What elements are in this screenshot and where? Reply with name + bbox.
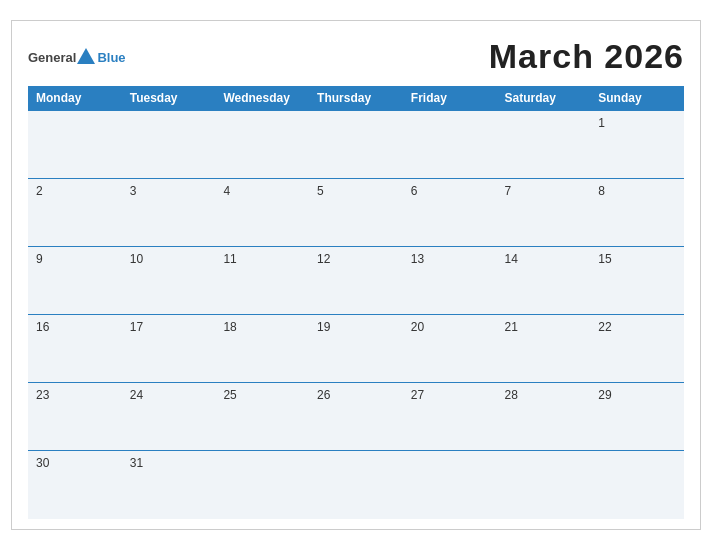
day-number: 8 [598, 184, 605, 198]
calendar-day-cell: 28 [497, 383, 591, 451]
day-number: 4 [223, 184, 230, 198]
weekday-header-sunday: Sunday [590, 86, 684, 111]
day-number: 15 [598, 252, 611, 266]
calendar-empty-cell [309, 111, 403, 179]
calendar-day-cell: 24 [122, 383, 216, 451]
calendar-day-cell: 17 [122, 315, 216, 383]
day-number: 9 [36, 252, 43, 266]
calendar-day-cell: 4 [215, 179, 309, 247]
calendar-day-cell: 9 [28, 247, 122, 315]
calendar-day-cell: 29 [590, 383, 684, 451]
calendar-day-cell: 2 [28, 179, 122, 247]
calendar-empty-cell [309, 451, 403, 519]
calendar-empty-cell [403, 451, 497, 519]
calendar-container: General Blue March 2026 MondayTuesdayWed… [11, 20, 701, 530]
calendar-grid: MondayTuesdayWednesdayThursdayFridaySatu… [28, 86, 684, 519]
calendar-empty-cell [215, 111, 309, 179]
logo-area: General Blue [28, 48, 126, 65]
calendar-empty-cell [590, 451, 684, 519]
day-number: 25 [223, 388, 236, 402]
day-number: 30 [36, 456, 49, 470]
calendar-empty-cell [403, 111, 497, 179]
calendar-day-cell: 25 [215, 383, 309, 451]
calendar-week-row: 3031 [28, 451, 684, 519]
calendar-empty-cell [215, 451, 309, 519]
calendar-day-cell: 11 [215, 247, 309, 315]
day-number: 12 [317, 252, 330, 266]
calendar-week-row: 2345678 [28, 179, 684, 247]
day-number: 26 [317, 388, 330, 402]
day-number: 19 [317, 320, 330, 334]
day-number: 1 [598, 116, 605, 130]
weekday-header-monday: Monday [28, 86, 122, 111]
weekday-header-thursday: Thursday [309, 86, 403, 111]
calendar-empty-cell [122, 111, 216, 179]
day-number: 6 [411, 184, 418, 198]
calendar-week-row: 1 [28, 111, 684, 179]
calendar-day-cell: 14 [497, 247, 591, 315]
calendar-day-cell: 13 [403, 247, 497, 315]
day-number: 14 [505, 252, 518, 266]
calendar-day-cell: 26 [309, 383, 403, 451]
calendar-day-cell: 21 [497, 315, 591, 383]
calendar-week-row: 16171819202122 [28, 315, 684, 383]
month-title: March 2026 [489, 37, 684, 76]
calendar-day-cell: 31 [122, 451, 216, 519]
logo-general-text: General [28, 50, 76, 65]
day-number: 22 [598, 320, 611, 334]
day-number: 3 [130, 184, 137, 198]
logo-blue-text: Blue [97, 50, 125, 65]
day-number: 21 [505, 320, 518, 334]
day-number: 27 [411, 388, 424, 402]
weekday-header-row: MondayTuesdayWednesdayThursdayFridaySatu… [28, 86, 684, 111]
day-number: 23 [36, 388, 49, 402]
day-number: 18 [223, 320, 236, 334]
calendar-day-cell: 19 [309, 315, 403, 383]
day-number: 16 [36, 320, 49, 334]
day-number: 2 [36, 184, 43, 198]
calendar-header: General Blue March 2026 [28, 37, 684, 76]
calendar-day-cell: 6 [403, 179, 497, 247]
calendar-day-cell: 22 [590, 315, 684, 383]
weekday-header-saturday: Saturday [497, 86, 591, 111]
calendar-day-cell: 7 [497, 179, 591, 247]
calendar-day-cell: 30 [28, 451, 122, 519]
calendar-empty-cell [497, 451, 591, 519]
day-number: 17 [130, 320, 143, 334]
calendar-day-cell: 8 [590, 179, 684, 247]
calendar-day-cell: 16 [28, 315, 122, 383]
day-number: 24 [130, 388, 143, 402]
day-number: 10 [130, 252, 143, 266]
calendar-week-row: 9101112131415 [28, 247, 684, 315]
day-number: 5 [317, 184, 324, 198]
calendar-day-cell: 5 [309, 179, 403, 247]
day-number: 31 [130, 456, 143, 470]
calendar-empty-cell [497, 111, 591, 179]
calendar-day-cell: 20 [403, 315, 497, 383]
calendar-empty-cell [28, 111, 122, 179]
calendar-week-row: 23242526272829 [28, 383, 684, 451]
day-number: 11 [223, 252, 236, 266]
day-number: 20 [411, 320, 424, 334]
calendar-day-cell: 27 [403, 383, 497, 451]
calendar-day-cell: 10 [122, 247, 216, 315]
day-number: 28 [505, 388, 518, 402]
weekday-header-friday: Friday [403, 86, 497, 111]
calendar-day-cell: 15 [590, 247, 684, 315]
calendar-day-cell: 23 [28, 383, 122, 451]
calendar-day-cell: 3 [122, 179, 216, 247]
day-number: 7 [505, 184, 512, 198]
day-number: 13 [411, 252, 424, 266]
day-number: 29 [598, 388, 611, 402]
logo-triangle-icon [77, 48, 95, 64]
weekday-header-tuesday: Tuesday [122, 86, 216, 111]
calendar-day-cell: 12 [309, 247, 403, 315]
calendar-day-cell: 18 [215, 315, 309, 383]
calendar-day-cell: 1 [590, 111, 684, 179]
weekday-header-wednesday: Wednesday [215, 86, 309, 111]
